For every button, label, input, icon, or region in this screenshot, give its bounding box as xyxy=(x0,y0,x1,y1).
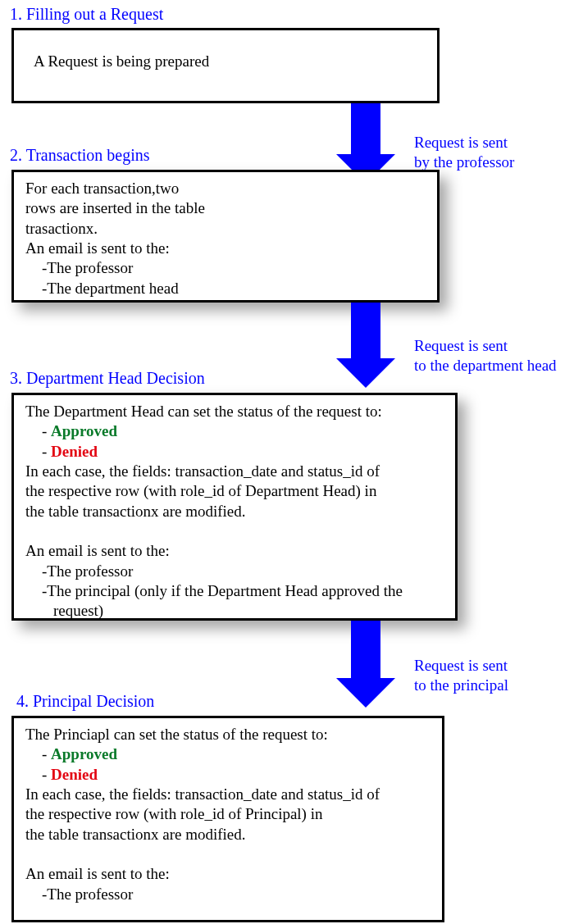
step3-heading: 3. Department Head Decision xyxy=(10,369,205,388)
step1-heading: 1. Filling out a Request xyxy=(10,5,163,24)
step3-line8: An email is sent to the: xyxy=(25,542,170,559)
step3-line6: the table transactionx are modified. xyxy=(25,503,246,520)
step3-blank xyxy=(25,522,30,539)
step2-heading: 2. Transaction begins xyxy=(10,146,150,165)
step1-body: A Request is being prepared xyxy=(34,52,209,70)
arrow1-label: Request is sent by the professor xyxy=(414,133,514,172)
step4-line1: The Princiapl can set the status of the … xyxy=(25,726,328,743)
arrow3-label-line2: to the principal xyxy=(414,676,508,694)
step3-line1: The Department Head can set the status o… xyxy=(25,403,382,420)
arrow2-label: Request is sent to the department head xyxy=(414,336,557,376)
step4-heading: 4. Principal Decision xyxy=(16,692,154,711)
step3-line10: -The principal (only if the Department H… xyxy=(25,581,444,601)
step4-line8: An email is sent to the: xyxy=(25,865,170,882)
step3-line11: request) xyxy=(25,601,444,621)
arrow3-label: Request is sent to the principal xyxy=(414,656,508,695)
step2-line2: rows are inserted in the table xyxy=(25,199,205,216)
step2-line4: An email is sent to the: xyxy=(25,239,170,257)
status-denied: Denied xyxy=(51,443,98,460)
step4-line9: -The professor xyxy=(25,885,430,904)
step3-box: The Department Head can set the status o… xyxy=(11,393,458,621)
step4-line4: In each case, the fields: transaction_da… xyxy=(25,785,380,803)
step2-line5: -The professor xyxy=(25,258,426,278)
arrow2-label-line1: Request is sent xyxy=(414,337,508,354)
arrow2-label-line2: to the department head xyxy=(414,357,557,374)
step4-denied-row: - Denied xyxy=(25,765,430,785)
arrow1-label-line2: by the professor xyxy=(414,153,514,171)
status-approved: Approved xyxy=(51,422,117,439)
step4-box: The Princiapl can set the status of the … xyxy=(11,716,444,922)
flow-diagram: 1. Filling out a Request A Request is be… xyxy=(0,0,574,924)
step3-line5: the respective row (with role_id of Depa… xyxy=(25,482,376,499)
step3-approved-row: - Approved xyxy=(25,421,444,441)
bullet-dash: - xyxy=(42,422,51,439)
status-approved: Approved xyxy=(51,745,117,762)
step3-line9: -The professor xyxy=(25,562,444,581)
step2-box: For each transaction,two rows are insert… xyxy=(11,170,440,303)
step4-blank xyxy=(25,845,30,863)
step1-box: A Request is being prepared xyxy=(11,28,440,103)
step3-denied-row: - Denied xyxy=(25,442,444,462)
arrow3-label-line1: Request is sent xyxy=(414,657,508,674)
step2-line3: trasactionx. xyxy=(25,220,98,237)
bullet-dash: - xyxy=(42,745,51,762)
step3-line4: In each case, the fields: transaction_da… xyxy=(25,462,380,480)
bullet-dash: - xyxy=(42,766,51,783)
bullet-dash: - xyxy=(42,443,51,460)
step4-approved-row: - Approved xyxy=(25,744,430,764)
step2-line6: -The department head xyxy=(25,279,426,298)
status-denied: Denied xyxy=(51,766,98,783)
step4-line5: the respective row (with role_id of Prin… xyxy=(25,805,322,822)
step4-line6: the table transactionx are modified. xyxy=(25,826,246,843)
arrow1-label-line1: Request is sent xyxy=(414,134,508,151)
step2-line1: For each transaction,two xyxy=(25,180,179,197)
